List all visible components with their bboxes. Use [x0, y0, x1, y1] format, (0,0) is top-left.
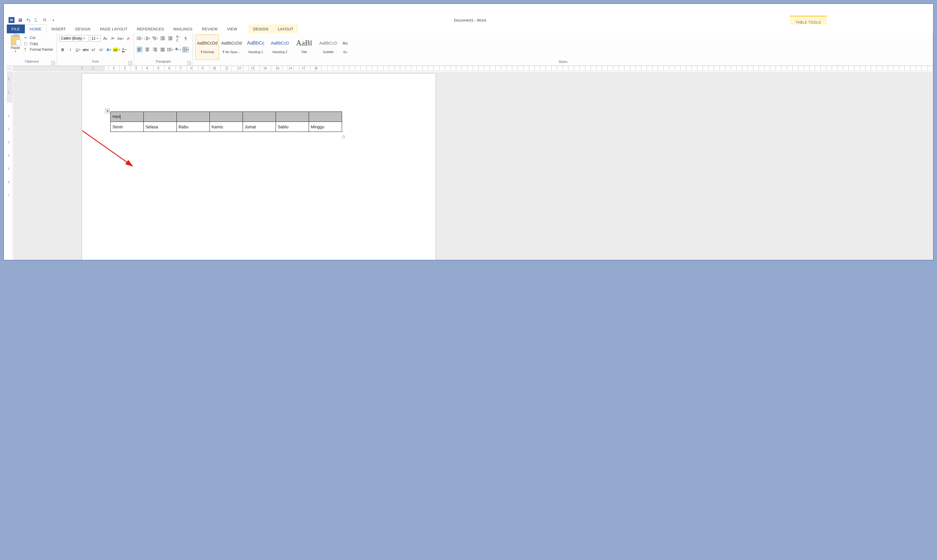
table-cell[interactable]: Kamis [210, 122, 243, 132]
format-painter-button[interactable]: Format Painter [23, 48, 53, 52]
tab-review[interactable]: REVIEW [197, 25, 222, 33]
style-name: Su [342, 50, 348, 54]
font-family-combo[interactable]: Calibri (Body) ▾ [59, 35, 89, 42]
svg-rect-15 [152, 37, 156, 37]
style-name: Subtitle [318, 50, 338, 54]
table-cell[interactable]: Minggu [309, 122, 342, 132]
undo-icon[interactable] [26, 17, 31, 23]
bold-button[interactable]: B [59, 46, 66, 53]
tab-insert[interactable]: INSERT [47, 25, 71, 33]
align-center-button[interactable] [144, 46, 151, 53]
chevron-down-icon: ▾ [83, 37, 85, 40]
cut-button[interactable]: ✂ Cut [23, 36, 53, 40]
horizontal-ruler[interactable]: 21 123 456 789 101112 131415 161718 [13, 66, 933, 71]
change-case-button[interactable]: Aa [117, 35, 124, 42]
table-cell[interactable]: Senin [111, 122, 144, 132]
svg-rect-10 [146, 37, 149, 37]
save-icon[interactable] [17, 17, 23, 23]
styles-group-label: Styles [559, 60, 568, 63]
style-heading-2[interactable]: AaBbCcD Heading 2 [268, 34, 292, 60]
borders-button[interactable] [182, 46, 189, 53]
svg-rect-21 [161, 40, 165, 40]
table-row[interactable]: Senin Selasa Rabu Kamis Jumat Sabtu Ming… [111, 122, 342, 132]
table-cell[interactable]: Rabu [177, 122, 210, 132]
subscript-button[interactable]: x2 [90, 46, 97, 53]
text-effects-button[interactable]: A [105, 46, 112, 53]
font-size-combo[interactable]: 11 ▾ [90, 35, 101, 42]
style-sample: Au [342, 36, 348, 50]
tab-mailings[interactable]: MAILINGS [169, 25, 197, 33]
sort-button[interactable]: A↓Z [175, 35, 181, 42]
numbering-button[interactable]: 123 [144, 35, 151, 42]
vertical-ruler[interactable]: 21 123 456 7 [7, 72, 13, 260]
document-table[interactable]: Hari Senin Selasa Rabu Kamis Jumat [110, 112, 342, 132]
table-tools-text: TABLE TOOLS [795, 20, 821, 25]
style-no-spacing[interactable]: AaBbCcDd ¶ No Spac... [220, 34, 243, 60]
table-row[interactable]: Hari [111, 112, 342, 122]
table-cell[interactable]: Sabtu [276, 122, 309, 132]
group-clipboard: Paste ▾ ✂ Cut Copy [7, 33, 57, 66]
highlight-button[interactable]: ab [113, 46, 120, 53]
table-cell[interactable]: Jumat [243, 122, 276, 132]
font-group-label: Font [92, 60, 98, 63]
style-normal[interactable]: AaBbCcDd ¶ Normal [195, 34, 219, 60]
table-cell[interactable] [243, 112, 276, 122]
paragraph-launcher-icon[interactable]: ↘ [188, 62, 191, 65]
svg-rect-24 [170, 38, 172, 39]
style-title[interactable]: AaBl Title [292, 34, 316, 60]
font-launcher-icon[interactable]: ↘ [128, 62, 132, 65]
document-area[interactable]: ✥ Hari Senin Selasa Rabu [13, 72, 933, 260]
tab-table-layout[interactable]: LAYOUT [273, 25, 298, 33]
clipboard-launcher-icon[interactable]: ↘ [51, 62, 55, 65]
style-subtitle[interactable]: AaBbCcD Subtitle [316, 34, 340, 60]
justify-button[interactable] [159, 46, 166, 53]
tab-page-layout[interactable]: PAGE LAYOUT [95, 25, 132, 33]
table-cell[interactable] [210, 112, 243, 122]
shading-button[interactable] [175, 46, 181, 53]
style-subtle[interactable]: Au Su [340, 34, 349, 60]
table-resize-handle-icon[interactable] [342, 136, 345, 138]
paste-button[interactable]: Paste ▾ [9, 34, 22, 53]
tab-references[interactable]: REFERENCES [132, 25, 169, 33]
redo-icon[interactable] [34, 17, 39, 23]
tab-table-design[interactable]: DESIGN [248, 25, 273, 33]
ribbon-tabs: FILE HOME INSERT DESIGN PAGE LAYOUT REFE… [7, 25, 933, 33]
table-move-handle-icon[interactable]: ✥ [105, 109, 110, 113]
qat-customize-icon[interactable]: ▾ [51, 17, 56, 23]
underline-button[interactable]: U [75, 46, 81, 53]
table-cell[interactable] [144, 112, 177, 122]
align-left-button[interactable] [136, 46, 143, 53]
show-marks-button[interactable]: ¶ [182, 35, 189, 42]
tab-home[interactable]: HOME [25, 25, 47, 33]
table-cell[interactable] [177, 112, 210, 122]
superscript-button[interactable]: x2 [98, 46, 104, 53]
clear-formatting-button[interactable]: A̷ [125, 35, 131, 42]
increase-indent-button[interactable] [167, 35, 174, 42]
touch-mode-icon[interactable] [42, 17, 48, 23]
table-cell[interactable] [309, 112, 342, 122]
page[interactable]: ✥ Hari Senin Selasa Rabu [82, 74, 436, 260]
table-cell[interactable] [276, 112, 309, 122]
svg-point-7 [137, 39, 138, 40]
strikethrough-button[interactable]: abc [82, 46, 89, 53]
style-heading-1[interactable]: AaBbCc Heading 1 [244, 34, 268, 60]
table-cell[interactable]: Hari [111, 112, 144, 122]
tab-design[interactable]: DESIGN [71, 25, 95, 33]
decrease-indent-button[interactable] [159, 35, 166, 42]
table-cell[interactable]: Selasa [144, 122, 177, 132]
shrink-font-button[interactable]: A▾ [109, 35, 116, 42]
font-color-button[interactable]: A [121, 46, 127, 53]
app-frame: W ▾ Document1 - Word TABLE TOOLS [3, 3, 934, 260]
line-spacing-button[interactable] [167, 46, 174, 53]
styles-gallery[interactable]: AaBbCcDd ¶ Normal AaBbCcDd ¶ No Spac... … [195, 34, 349, 60]
bullets-button[interactable] [136, 35, 143, 42]
word-app-icon[interactable]: W [9, 17, 14, 23]
grow-font-button[interactable]: A▴ [102, 35, 108, 42]
italic-button[interactable]: I [67, 46, 74, 53]
align-right-button[interactable] [152, 46, 158, 53]
svg-rect-36 [153, 50, 157, 51]
multilevel-list-button[interactable] [152, 35, 158, 42]
tab-file[interactable]: FILE [7, 25, 25, 33]
tab-view[interactable]: VIEW [222, 25, 242, 33]
copy-button[interactable]: Copy [23, 42, 53, 46]
